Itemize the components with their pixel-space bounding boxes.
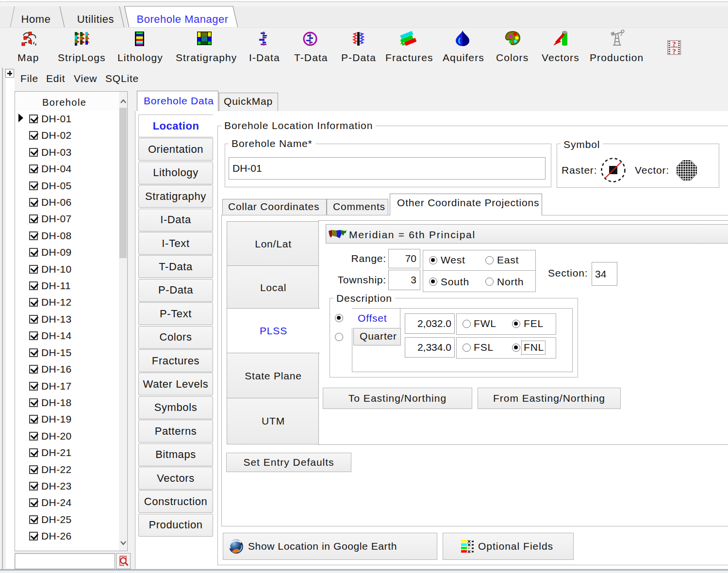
svg-text:?: ?: [672, 40, 676, 48]
svg-text:Utilities: Utilities: [77, 13, 114, 25]
svg-text:Home: Home: [21, 13, 50, 25]
svg-text:Borehole Manager: Borehole Manager: [136, 13, 228, 25]
svg-text:?: ?: [672, 48, 676, 55]
